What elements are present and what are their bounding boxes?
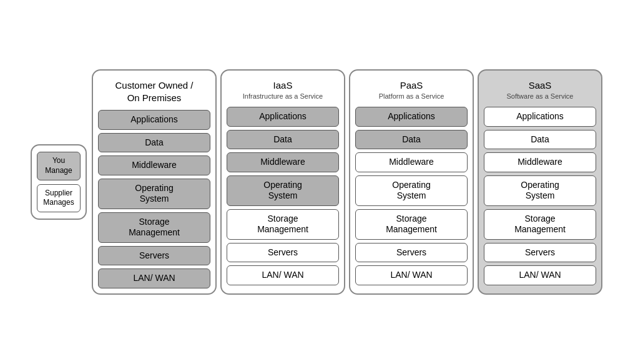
- row-paas-5: Servers: [355, 243, 468, 263]
- column-header-iaas: IaaSInfrastructure as a Service: [227, 76, 339, 107]
- row-iaas-6: LAN/ WAN: [227, 265, 339, 285]
- row-paas-2: Middleware: [355, 152, 468, 172]
- column-main-title-paas: PaaS: [358, 79, 465, 92]
- row-saas-6: LAN/ WAN: [484, 265, 596, 285]
- supplier-manages-legend: SupplierManages: [37, 184, 81, 212]
- row-saas-0: Applications: [484, 107, 596, 127]
- column-main-title-iaas: IaaS: [229, 79, 336, 92]
- row-saas-2: Middleware: [484, 152, 596, 172]
- row-saas-1: Data: [484, 130, 596, 150]
- column-sub-title-paas: Platform as a Service: [358, 92, 465, 101]
- row-paas-4: StorageManagement: [355, 209, 468, 240]
- row-on-premises-6: LAN/ WAN: [98, 268, 210, 288]
- column-header-paas: PaaSPlatform as a Service: [355, 76, 468, 107]
- column-iaas: IaaSInfrastructure as a ServiceApplicati…: [220, 69, 345, 295]
- column-on-premises: Customer Owned /On PremisesApplicationsD…: [92, 69, 217, 295]
- row-paas-6: LAN/ WAN: [355, 265, 468, 285]
- column-paas: PaaSPlatform as a ServiceApplicationsDat…: [349, 69, 474, 295]
- row-iaas-3: OperatingSystem: [227, 175, 339, 206]
- column-header-on-premises: Customer Owned /On Premises: [98, 76, 210, 110]
- column-main-title-on-premises: Customer Owned /On Premises: [101, 79, 208, 104]
- row-on-premises-3: OperatingSystem: [98, 179, 210, 209]
- row-iaas-1: Data: [227, 130, 339, 150]
- column-sub-title-iaas: Infrastructure as a Service: [229, 92, 336, 101]
- row-paas-1: Data: [355, 130, 468, 150]
- row-on-premises-0: Applications: [98, 110, 210, 130]
- row-iaas-0: Applications: [227, 107, 339, 127]
- row-on-premises-1: Data: [98, 133, 210, 153]
- row-iaas-2: Middleware: [227, 152, 339, 172]
- row-on-premises-4: StorageManagement: [98, 212, 210, 243]
- row-paas-3: OperatingSystem: [355, 175, 468, 206]
- column-header-saas: SaaSSoftware as a Service: [484, 76, 596, 107]
- row-iaas-5: Servers: [227, 243, 339, 263]
- column-sub-title-saas: Software as a Service: [486, 92, 594, 101]
- diagram-wrapper: YouManage SupplierManages Customer Owned…: [24, 63, 609, 301]
- row-paas-0: Applications: [355, 107, 468, 127]
- row-saas-4: StorageManagement: [484, 209, 596, 240]
- row-on-premises-2: Middleware: [98, 155, 210, 175]
- row-saas-3: OperatingSystem: [484, 175, 596, 206]
- row-saas-5: Servers: [484, 243, 596, 263]
- column-saas: SaaSSoftware as a ServiceApplicationsDat…: [478, 69, 602, 295]
- you-manage-legend: YouManage: [37, 152, 81, 180]
- row-iaas-4: StorageManagement: [227, 209, 339, 240]
- row-on-premises-5: Servers: [98, 246, 210, 266]
- columns-container: Customer Owned /On PremisesApplicationsD…: [92, 69, 602, 295]
- legend-box: YouManage SupplierManages: [31, 144, 87, 219]
- column-main-title-saas: SaaS: [486, 79, 594, 92]
